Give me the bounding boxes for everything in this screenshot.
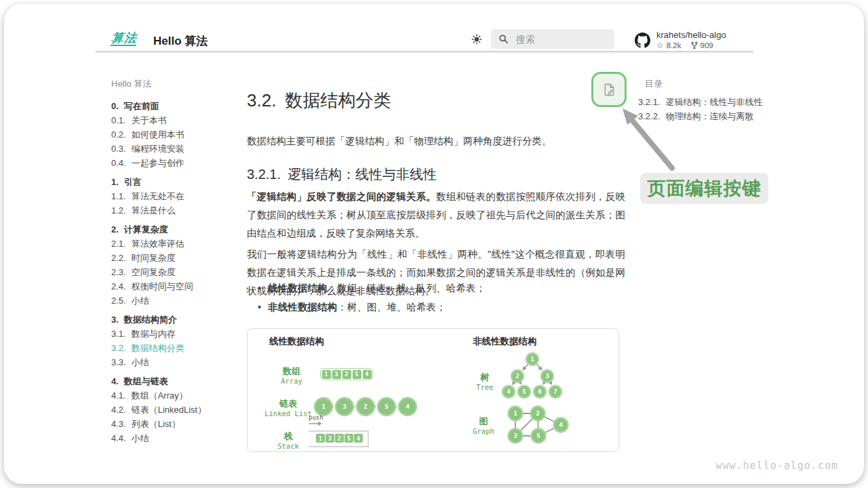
svg-text:7: 7 [553, 388, 557, 395]
cell: 2 [342, 370, 351, 379]
sidebar-section-4.[interactable]: 4.数组与链表 [111, 374, 240, 388]
svg-text:2: 2 [363, 403, 368, 410]
array-label: 数组Array [264, 366, 319, 386]
browser-window-frame: 算法 Hello 算法 krahets/hello-algo ☆ [4, 4, 864, 484]
svg-text:4: 4 [507, 388, 511, 395]
figure-right-title: 非线性数据结构 [473, 336, 537, 348]
graph-label: 图Graph [460, 416, 507, 436]
site-title: Hello 算法 [153, 33, 208, 49]
svg-text:5: 5 [384, 403, 389, 410]
sidebar-item-4.3.[interactable]: 4.3.列表（List） [111, 417, 240, 431]
cell: 4 [354, 434, 363, 443]
cell: 5 [344, 434, 353, 443]
svg-text:5: 5 [536, 432, 540, 439]
header-divider [96, 51, 753, 54]
svg-text:2: 2 [515, 372, 519, 380]
svg-text:4: 4 [559, 421, 563, 428]
svg-text:1: 1 [530, 355, 534, 363]
sidebar-item-0.2.[interactable]: 0.2.如何使用本书 [111, 127, 240, 142]
cell: 4 [363, 370, 372, 379]
github-repo-link[interactable]: krahets/hello-algo ☆ 8.2k 909 [635, 30, 726, 50]
search-input[interactable] [515, 33, 606, 45]
star-count: 8.2k [667, 41, 682, 49]
fork-count: 909 [701, 41, 713, 49]
page-edit-button[interactable] [591, 72, 627, 107]
svg-text:5: 5 [522, 388, 526, 395]
sidebar-item-1.1.[interactable]: 1.1.算法无处不在 [111, 189, 240, 203]
sidebar-item-4.1.[interactable]: 4.1.数组（Array） [111, 388, 240, 403]
cell: 5 [353, 370, 361, 379]
theme-toggle-button[interactable] [471, 33, 483, 45]
sidebar-section-1.[interactable]: 1.引言 [111, 175, 240, 189]
svg-text:1: 1 [513, 409, 517, 417]
sidebar-item-2.1.[interactable]: 2.1.算法效率评估 [111, 237, 240, 251]
stack-label: 栈Stack [268, 431, 309, 451]
svg-text:3: 3 [342, 403, 347, 410]
array-cells: 13254 [320, 368, 373, 380]
sidebar-item-0.4.[interactable]: 0.4.一起参与创作 [111, 156, 240, 170]
data-structure-figure: 13254123456712345 线性数据结构 非线性数据结构 数组Array… [247, 328, 619, 452]
sidebar-item-2.2.[interactable]: 2.2.时间复杂度 [111, 251, 240, 265]
fork-icon [691, 41, 698, 49]
svg-text:2: 2 [536, 409, 540, 417]
sidebar-item-0.3.[interactable]: 0.3.编程环境安装 [111, 142, 240, 156]
toc-item-3.2.1.[interactable]: 3.2.1.逻辑结构：线性与非线性 [638, 95, 764, 109]
svg-text:3: 3 [513, 432, 517, 439]
sun-icon [471, 33, 483, 45]
sidebar-item-3.2.[interactable]: 3.2.数据结构分类 [111, 341, 240, 355]
paragraph-logical-structure: 「逻辑结构」反映了数据之间的逻辑关系。数组和链表的数据按照顺序依次排列，反映了数… [247, 188, 625, 243]
bullet-item: 线性数据结构：数组、链表、栈、队列、哈希表； [258, 281, 624, 296]
cell: 3 [332, 370, 341, 379]
site-logo[interactable]: 算法 [111, 31, 138, 46]
tree-label: 树Tree [463, 372, 507, 392]
sidebar-item-3.3.[interactable]: 3.3.小结 [111, 355, 240, 369]
cell: 1 [322, 370, 331, 379]
search-icon [498, 34, 509, 44]
push-label: push [309, 414, 323, 421]
repo-stats: ☆ 8.2k 909 [656, 41, 726, 50]
sidebar-item-1.2.[interactable]: 1.2.算法是什么 [111, 203, 240, 218]
section-heading: 3.2.1.逻辑结构：线性与非线性 [247, 165, 437, 184]
sidebar-item-2.3.[interactable]: 2.3.空间复杂度 [111, 265, 240, 279]
stack-cells: 13254 [316, 434, 363, 443]
cell: 3 [326, 434, 334, 443]
toc-item-3.2.2.[interactable]: 3.2.2.物理结构：连续与离散 [638, 109, 764, 123]
svg-text:4: 4 [406, 403, 410, 410]
sidebar-item-2.4.[interactable]: 2.4.权衡时间与空间 [111, 279, 240, 293]
sidebar-nav: Hello 算法 0.写在前面0.1.关于本书0.2.如何使用本书0.3.编程环… [111, 77, 240, 445]
github-icon [635, 33, 650, 48]
star-outline-icon: ☆ [656, 41, 664, 50]
bullet-list: 线性数据结构：数组、链表、栈、队列、哈希表；非线性数据结构：树、图、堆、哈希表； [258, 281, 624, 319]
toc-title: 目录 [638, 77, 764, 91]
sidebar-item-4.2.[interactable]: 4.2.链表（LinkedList） [111, 403, 240, 417]
sidebar-item-3.1.[interactable]: 3.1.数据与内存 [111, 327, 240, 341]
cell: 1 [316, 434, 325, 443]
intro-paragraph: 数据结构主要可根据「逻辑结构」和「物理结构」两种角度进行分类。 [247, 132, 627, 150]
sidebar-item-4.4.[interactable]: 4.4.小结 [111, 431, 240, 445]
file-edit-icon [601, 82, 617, 98]
sidebar-site-label: Hello 算法 [111, 77, 240, 91]
annotation-label: 页面编辑按键 [640, 173, 768, 204]
bullet-item: 非线性数据结构：树、图、堆、哈希表； [258, 300, 624, 314]
svg-text:3: 3 [545, 372, 549, 380]
sidebar-section-2.[interactable]: 2.计算复杂度 [111, 222, 240, 237]
figure-left-title: 线性数据结构 [269, 336, 324, 348]
page-title: 3.2.数据结构分类 [247, 89, 391, 113]
sidebar-section-3.[interactable]: 3.数据结构简介 [111, 312, 240, 327]
watermark-url: www.hello-algo.com [715, 460, 838, 472]
svg-text:6: 6 [538, 388, 542, 395]
toc-nav: 目录 3.2.1.逻辑结构：线性与非线性3.2.2.物理结构：连续与离散 [638, 77, 764, 123]
repo-name: krahets/hello-algo [656, 30, 726, 40]
sidebar-item-2.5.[interactable]: 2.5.小结 [111, 293, 240, 308]
cell: 2 [335, 434, 344, 443]
search-box[interactable] [491, 29, 614, 49]
sidebar-item-0.1.[interactable]: 0.1.关于本书 [111, 113, 240, 127]
sidebar-section-0.[interactable]: 0.写在前面 [111, 99, 240, 113]
